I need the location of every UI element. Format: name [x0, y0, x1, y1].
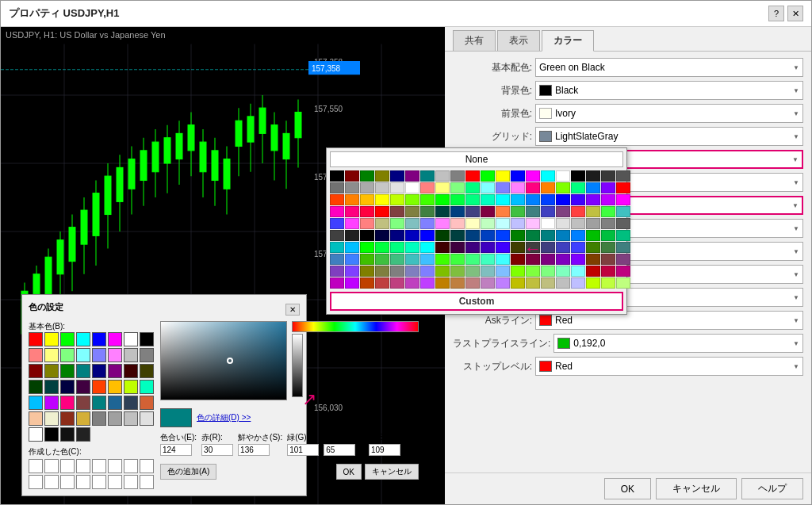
palette-swatch[interactable]: [345, 206, 359, 217]
made-color-swatch[interactable]: [108, 475, 122, 489]
palette-swatch[interactable]: [556, 206, 570, 217]
basic-color-swatch[interactable]: [44, 427, 59, 442]
palette-swatch[interactable]: [616, 242, 630, 253]
hue-bar[interactable]: [292, 321, 419, 332]
palette-swatch[interactable]: [375, 194, 389, 205]
palette-swatch[interactable]: [496, 266, 510, 277]
select-fg[interactable]: Ivory ▼: [535, 104, 803, 123]
palette-swatch[interactable]: [496, 194, 510, 205]
palette-swatch[interactable]: [330, 266, 344, 277]
palette-swatch[interactable]: [556, 218, 570, 229]
palette-swatch[interactable]: [345, 182, 359, 193]
basic-color-swatch[interactable]: [29, 348, 43, 362]
palette-swatch[interactable]: [345, 194, 359, 205]
palette-swatch[interactable]: [420, 206, 435, 217]
help-button-footer[interactable]: ヘルプ: [741, 478, 803, 499]
palette-swatch[interactable]: [541, 206, 555, 217]
palette-swatch[interactable]: [481, 242, 495, 253]
palette-swatch[interactable]: [450, 254, 465, 265]
basic-color-swatch[interactable]: [140, 380, 154, 394]
palette-swatch[interactable]: [526, 182, 540, 193]
basic-color-swatch[interactable]: [76, 396, 90, 410]
palette-swatch[interactable]: [450, 266, 465, 277]
palette-swatch[interactable]: [541, 254, 555, 265]
palette-swatch[interactable]: [450, 182, 465, 193]
basic-color-swatch[interactable]: [140, 396, 154, 410]
palette-swatch[interactable]: [465, 170, 480, 182]
basic-color-swatch[interactable]: [108, 348, 122, 362]
basic-color-swatch[interactable]: [60, 364, 75, 378]
palette-swatch[interactable]: [511, 266, 525, 277]
palette-swatch[interactable]: [601, 206, 615, 217]
palette-swatch[interactable]: [511, 277, 525, 289]
basic-color-swatch[interactable]: [60, 396, 75, 410]
palette-swatch[interactable]: [586, 218, 600, 229]
palette-swatch[interactable]: [435, 182, 450, 193]
cancel-button[interactable]: キャンセル: [656, 478, 737, 499]
palette-swatch[interactable]: [571, 218, 585, 229]
palette-swatch[interactable]: [330, 254, 344, 265]
tab-share[interactable]: 共有: [453, 30, 496, 51]
palette-swatch[interactable]: [586, 254, 600, 265]
palette-swatch[interactable]: [586, 182, 600, 193]
palette-swatch[interactable]: [465, 277, 480, 289]
basic-color-swatch[interactable]: [108, 332, 122, 346]
color-details-label[interactable]: 色の詳細(D) >>: [197, 412, 419, 423]
basic-color-swatch[interactable]: [124, 380, 138, 394]
palette-swatch[interactable]: [481, 277, 495, 289]
basic-color-swatch[interactable]: [140, 364, 154, 378]
green-input[interactable]: [287, 444, 319, 456]
basic-color-swatch[interactable]: [76, 380, 90, 394]
palette-swatch[interactable]: [330, 277, 344, 289]
palette-swatch[interactable]: [330, 242, 344, 253]
palette-swatch[interactable]: [586, 277, 600, 289]
palette-swatch[interactable]: [616, 266, 630, 277]
palette-swatch[interactable]: [360, 242, 374, 253]
palette-swatch[interactable]: [405, 266, 419, 277]
palette-swatch[interactable]: [420, 170, 435, 182]
palette-swatch[interactable]: [616, 170, 630, 182]
palette-swatch[interactable]: [496, 277, 510, 289]
palette-swatch[interactable]: [465, 230, 480, 241]
palette-swatch[interactable]: [511, 218, 525, 229]
palette-swatch[interactable]: [496, 170, 510, 182]
palette-swatch[interactable]: [360, 194, 374, 205]
lum-bar[interactable]: [292, 334, 303, 397]
made-color-swatch[interactable]: [29, 459, 43, 473]
palette-swatch[interactable]: [496, 254, 510, 265]
palette-swatch[interactable]: [616, 254, 630, 265]
red-input[interactable]: [201, 444, 233, 456]
palette-swatch[interactable]: [465, 218, 480, 229]
made-color-swatch[interactable]: [140, 475, 154, 489]
basic-color-swatch[interactable]: [29, 380, 43, 394]
palette-swatch[interactable]: [450, 230, 465, 241]
basic-color-swatch[interactable]: [124, 348, 138, 362]
cp-ok-button[interactable]: OK: [336, 464, 362, 480]
select-stop[interactable]: Red ▼: [535, 357, 803, 376]
basic-color-swatch[interactable]: [140, 411, 154, 426]
hue-input[interactable]: [160, 444, 192, 456]
basic-color-swatch[interactable]: [60, 348, 75, 362]
palette-swatch[interactable]: [390, 242, 404, 253]
palette-swatch[interactable]: [601, 254, 615, 265]
palette-swatch[interactable]: [390, 194, 404, 205]
palette-swatch[interactable]: [601, 182, 615, 193]
palette-swatch[interactable]: [405, 170, 419, 182]
tab-view[interactable]: 表示: [497, 30, 540, 51]
basic-color-swatch[interactable]: [140, 348, 154, 362]
palette-swatch[interactable]: [481, 254, 495, 265]
made-color-swatch[interactable]: [76, 459, 90, 473]
palette-swatch[interactable]: [481, 182, 495, 193]
palette-swatch[interactable]: [390, 266, 404, 277]
palette-swatch[interactable]: [420, 182, 435, 193]
palette-swatch[interactable]: [345, 266, 359, 277]
basic-color-swatch[interactable]: [124, 332, 138, 346]
palette-swatch[interactable]: [556, 266, 570, 277]
palette-swatch[interactable]: [420, 194, 435, 205]
palette-swatch[interactable]: [481, 170, 495, 182]
palette-swatch[interactable]: [435, 230, 450, 241]
palette-swatch[interactable]: [345, 242, 359, 253]
palette-swatch[interactable]: [586, 206, 600, 217]
palette-swatch[interactable]: [390, 277, 404, 289]
palette-swatch[interactable]: [616, 206, 630, 217]
